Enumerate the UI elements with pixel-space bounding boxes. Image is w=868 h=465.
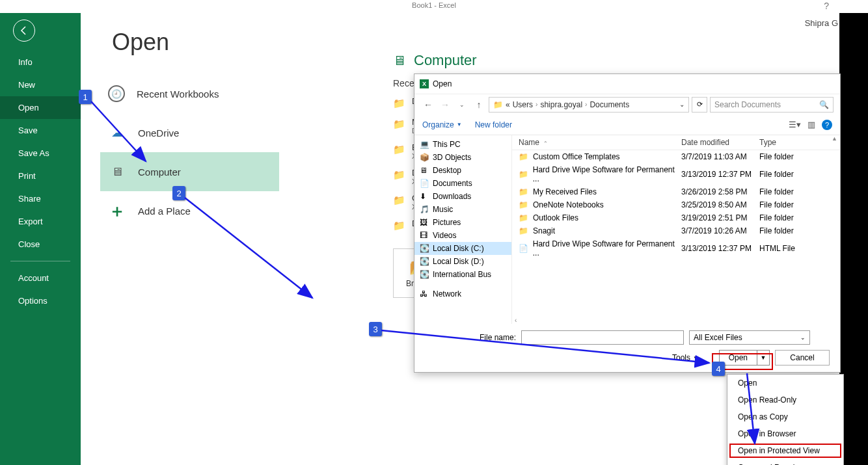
file-date: 3/25/2019 8:50 AM	[681, 200, 759, 209]
nav-back-icon[interactable]: ←	[421, 98, 435, 112]
tree-item-label: Downloads	[433, 192, 471, 201]
dialog-titlebar: X Open	[414, 74, 840, 94]
nav-up-icon[interactable]: ↑	[472, 98, 486, 112]
tree-item-icon: 💽	[420, 270, 429, 279]
view-list-icon[interactable]: ☰▾	[789, 120, 801, 129]
file-name: Snagit	[533, 226, 555, 235]
organize-button[interactable]: Organize▼	[422, 120, 462, 129]
scroll-left-icon[interactable]: ‹	[515, 317, 517, 324]
folder-icon: 📁	[519, 200, 529, 209]
menu-item[interactable]: Open in Protected View	[727, 442, 843, 459]
file-date: 3/13/2019 12:37 PM	[681, 244, 759, 253]
tree-item[interactable]: 🖥Desktop	[414, 164, 511, 177]
dialog-navbar: ← → ⌄ ↑ 📁 « Users › shipra.goyal › Docum…	[414, 94, 840, 114]
menu-item[interactable]: Open and Repair...	[727, 459, 843, 465]
column-date[interactable]: Date modified	[681, 138, 759, 147]
folder-icon: 📁	[393, 194, 405, 206]
new-folder-button[interactable]: New folder	[475, 120, 512, 129]
callout-4: 4	[712, 362, 725, 376]
tree-item[interactable]: 📦3D Objects	[414, 151, 511, 164]
file-row[interactable]: 📁Outlook Files3/19/2019 2:51 PMFile fold…	[512, 211, 840, 224]
nav-share[interactable]: Share	[0, 187, 81, 210]
backstage-sidebar: Info New Open Save Save As Print Share E…	[0, 13, 81, 465]
tree-item[interactable]: 💻This PC	[414, 138, 511, 151]
tools-button[interactable]: Tools▼	[672, 353, 698, 362]
callout-1: 1	[79, 90, 92, 104]
column-type[interactable]: Type	[759, 138, 840, 147]
file-list: ▲ Name⌃ Date modified Type 📁Custom Offic…	[512, 135, 840, 324]
nav-close[interactable]: Close	[0, 233, 81, 256]
open-dropdown-arrow[interactable]: ▼	[757, 351, 769, 365]
menu-item[interactable]: Open	[727, 375, 843, 392]
search-input[interactable]: Search Documents 🔍	[710, 97, 834, 113]
tree-item[interactable]: 🎞Videos	[414, 229, 511, 242]
open-dialog: X Open ← → ⌄ ↑ 📁 « Users › shipra.goyal …	[414, 73, 841, 373]
help-icon[interactable]: ?	[824, 1, 829, 11]
cloud-icon: ☁	[108, 124, 126, 142]
nav-export[interactable]: Export	[0, 210, 81, 233]
chevron-down-icon[interactable]: ⌄	[679, 101, 685, 108]
tree-item[interactable]: 💽Local Disk (D:)	[414, 255, 511, 268]
nav-forward-icon[interactable]: →	[438, 98, 452, 112]
tree-item-label: Music	[433, 205, 453, 214]
breadcrumb-part[interactable]: shipra.goyal	[540, 100, 582, 109]
open-button[interactable]: Open	[720, 351, 757, 365]
file-row[interactable]: 📄Hard Drive Wipe Software for Permanent …	[512, 237, 840, 259]
tree-item[interactable]: 🖧Network	[414, 287, 511, 300]
nav-options[interactable]: Options	[0, 289, 81, 312]
file-type: File folder	[759, 213, 840, 222]
filename-input[interactable]	[521, 330, 684, 345]
location-addplace[interactable]: ＋ Add a Place	[100, 191, 279, 230]
sidebar-divider	[10, 261, 70, 261]
help-icon[interactable]: ?	[822, 120, 832, 130]
tree-item[interactable]: 🖼Pictures	[414, 216, 511, 229]
back-button[interactable]	[13, 20, 35, 42]
file-row[interactable]: 📁Hard Drive Wipe Software for Permanent …	[512, 163, 840, 185]
breadcrumb-part[interactable]: Users	[513, 100, 533, 109]
cancel-button[interactable]: Cancel	[775, 350, 830, 365]
file-row[interactable]: 📁OneNote Notebooks3/25/2019 8:50 AMFile …	[512, 198, 840, 211]
file-row[interactable]: 📁My Received Files3/26/2019 2:58 PMFile …	[512, 185, 840, 198]
tree-item[interactable]: 💽International Bus	[414, 268, 511, 281]
folder-icon: 📁	[393, 144, 405, 155]
location-recent[interactable]: 🕘 Recent Workbooks	[100, 74, 279, 113]
callout-3: 3	[369, 322, 382, 336]
menu-item[interactable]: Open as Copy	[727, 408, 843, 425]
preview-pane-icon[interactable]: ▥	[807, 120, 815, 129]
location-computer[interactable]: 🖥 Computer	[100, 152, 279, 191]
nav-account[interactable]: Account	[0, 267, 81, 289]
search-icon: 🔍	[819, 100, 829, 109]
menu-item[interactable]: Open Read-Only	[727, 392, 843, 408]
dialog-toolbar: Organize▼ New folder ☰▾ ▥ ?	[414, 114, 840, 135]
column-name[interactable]: Name⌃	[519, 138, 681, 147]
tree-item-label: This PC	[433, 140, 461, 149]
file-row[interactable]: 📁Custom Office Templates3/7/2019 11:03 A…	[512, 150, 840, 163]
nav-info[interactable]: Info	[0, 51, 81, 73]
nav-save[interactable]: Save	[0, 119, 81, 142]
tree-item[interactable]: ⬇Downloads	[414, 190, 511, 203]
refresh-button[interactable]: ⟳	[692, 97, 707, 113]
file-row[interactable]: 📁Snagit3/7/2019 10:26 AMFile folder	[512, 224, 840, 237]
tree-item[interactable]: 📄Documents	[414, 177, 511, 190]
scroll-up-icon[interactable]: ▲	[832, 135, 837, 142]
nav-open[interactable]: Open	[0, 96, 81, 119]
filetype-dropdown[interactable]: All Excel Files ⌄	[689, 330, 810, 345]
location-onedrive[interactable]: ☁ OneDrive	[100, 113, 279, 152]
tree-item-icon: 🖥	[420, 166, 429, 175]
file-name: Hard Drive Wipe Software for Permanent .…	[533, 239, 681, 258]
tree-item[interactable]: 🎵Music	[414, 203, 511, 216]
breadcrumb[interactable]: 📁 « Users › shipra.goyal › Documents ⌄	[489, 97, 689, 113]
nav-new[interactable]: New	[0, 73, 81, 96]
nav-history-icon[interactable]: ⌄	[455, 98, 469, 112]
tree-item-icon: 🖧	[420, 289, 429, 299]
sort-caret-icon: ⌃	[543, 140, 548, 146]
breadcrumb-part[interactable]: Documents	[590, 100, 629, 109]
excel-icon: X	[420, 79, 429, 88]
plus-icon: ＋	[108, 202, 126, 220]
tree-item[interactable]: 💽Local Disk (C:)	[414, 242, 511, 255]
open-split-button[interactable]: Open ▼	[719, 350, 770, 365]
chevron-down-icon: ⌄	[800, 334, 806, 341]
menu-item[interactable]: Open in Browser	[727, 425, 843, 442]
nav-print[interactable]: Print	[0, 165, 81, 187]
nav-saveas[interactable]: Save As	[0, 142, 81, 165]
